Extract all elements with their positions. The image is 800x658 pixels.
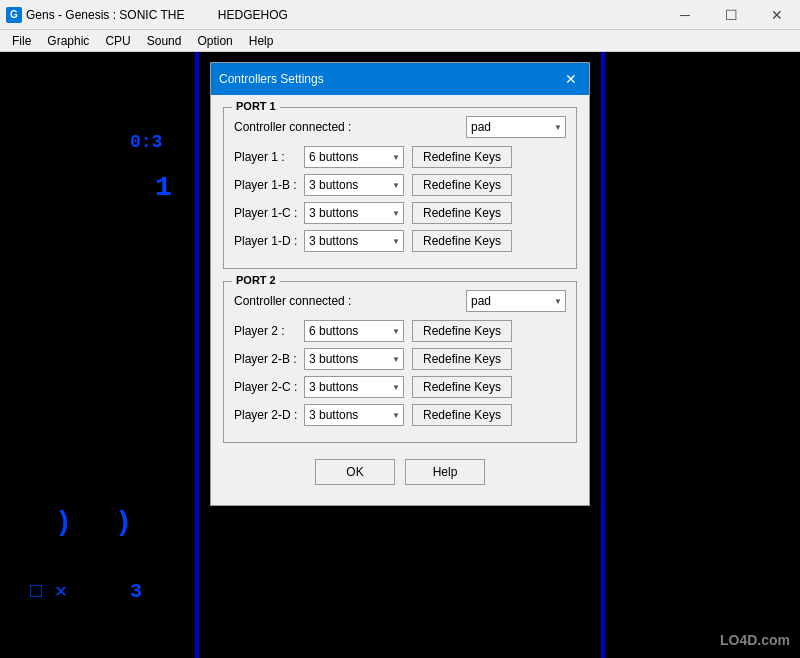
port2-player2b-redefine-btn[interactable]: Redefine Keys (412, 348, 512, 370)
watermark: LO4D.com (720, 632, 790, 648)
port1-player1d-select[interactable]: 3 buttons 6 buttons (304, 230, 404, 252)
port2-player2c-select[interactable]: 3 buttons 6 buttons (304, 376, 404, 398)
port1-player1b-row: Player 1-B : 3 buttons 6 buttons Redefin… (234, 174, 566, 196)
title-text: Gens - Genesis : SONIC THE HEDGEHOG (26, 8, 662, 22)
port1-player1b-select[interactable]: 3 buttons 6 buttons (304, 174, 404, 196)
menu-sound[interactable]: Sound (139, 32, 190, 50)
port2-player2b-row: Player 2-B : 3 buttons 6 buttons Redefin… (234, 348, 566, 370)
main-area: 0:3 1 ) ) □ ✕ 3 Controllers Settings ✕ P… (0, 52, 800, 658)
menu-bar: File Graphic CPU Sound Option Help (0, 30, 800, 52)
dialog-close-button[interactable]: ✕ (561, 69, 581, 89)
port2-player2-select[interactable]: 6 buttons 3 buttons (304, 320, 404, 342)
window-controls: ─ ☐ ✕ (662, 0, 800, 29)
port1-player1d-row: Player 1-D : 3 buttons 6 buttons Redefin… (234, 230, 566, 252)
port2-player2c-row: Player 2-C : 3 buttons 6 buttons Redefin… (234, 376, 566, 398)
menu-help[interactable]: Help (241, 32, 282, 50)
port2-player2d-label: Player 2-D : (234, 408, 304, 422)
port2-controller-row: Controller connected : pad 6 buttons pad… (234, 290, 566, 312)
port1-label: PORT 1 (232, 100, 280, 112)
port1-player1-redefine-btn[interactable]: Redefine Keys (412, 146, 512, 168)
port1-group: PORT 1 Controller connected : pad 6 butt… (223, 107, 577, 269)
port2-player2-label: Player 2 : (234, 324, 304, 338)
port1-player1-label: Player 1 : (234, 150, 304, 164)
ok-button[interactable]: OK (315, 459, 395, 485)
port2-player2-redefine-btn[interactable]: Redefine Keys (412, 320, 512, 342)
port1-player1d-redefine-btn[interactable]: Redefine Keys (412, 230, 512, 252)
port2-player2b-select-wrapper: 3 buttons 6 buttons (304, 348, 404, 370)
port1-player1d-select-wrapper: 3 buttons 6 buttons (304, 230, 404, 252)
port1-player1-select[interactable]: 6 buttons 3 buttons (304, 146, 404, 168)
maximize-button[interactable]: ☐ (708, 0, 754, 30)
port1-player1c-label: Player 1-C : (234, 206, 304, 220)
port1-player1b-redefine-btn[interactable]: Redefine Keys (412, 174, 512, 196)
port2-group: PORT 2 Controller connected : pad 6 butt… (223, 281, 577, 443)
port1-player1c-row: Player 1-C : 3 buttons 6 buttons Redefin… (234, 202, 566, 224)
port2-player2-row: Player 2 : 6 buttons 3 buttons Redefine … (234, 320, 566, 342)
port1-controller-label: Controller connected : (234, 120, 466, 134)
port2-player2c-select-wrapper: 3 buttons 6 buttons (304, 376, 404, 398)
controllers-settings-dialog: Controllers Settings ✕ PORT 1 Controller… (210, 62, 590, 506)
title-bar: G Gens - Genesis : SONIC THE HEDGEHOG ─ … (0, 0, 800, 30)
port2-player2b-select[interactable]: 3 buttons 6 buttons (304, 348, 404, 370)
menu-file[interactable]: File (4, 32, 39, 50)
port1-player1c-select[interactable]: 3 buttons 6 buttons (304, 202, 404, 224)
port2-player2b-label: Player 2-B : (234, 352, 304, 366)
dialog-overlay: Controllers Settings ✕ PORT 1 Controller… (0, 52, 800, 658)
port1-player1b-label: Player 1-B : (234, 178, 304, 192)
dialog-content: PORT 1 Controller connected : pad 6 butt… (211, 95, 589, 505)
port1-player1c-select-wrapper: 3 buttons 6 buttons (304, 202, 404, 224)
port1-controller-select-wrapper: pad 6 buttons pad no pad (466, 116, 566, 138)
port1-player1-row: Player 1 : 6 buttons 3 buttons Redefine … (234, 146, 566, 168)
port2-controller-select-wrapper: pad 6 buttons pad no pad (466, 290, 566, 312)
port1-player1-select-wrapper: 6 buttons 3 buttons (304, 146, 404, 168)
menu-option[interactable]: Option (189, 32, 240, 50)
port1-controller-row: Controller connected : pad 6 buttons pad… (234, 116, 566, 138)
port2-player2d-redefine-btn[interactable]: Redefine Keys (412, 404, 512, 426)
port2-player2c-redefine-btn[interactable]: Redefine Keys (412, 376, 512, 398)
app-icon: G (6, 7, 22, 23)
dialog-title-bar: Controllers Settings ✕ (211, 63, 589, 95)
port1-player1b-select-wrapper: 3 buttons 6 buttons (304, 174, 404, 196)
port1-player1c-redefine-btn[interactable]: Redefine Keys (412, 202, 512, 224)
port2-label: PORT 2 (232, 274, 280, 286)
port2-controller-label: Controller connected : (234, 294, 466, 308)
close-button[interactable]: ✕ (754, 0, 800, 30)
port2-player2d-select-wrapper: 3 buttons 6 buttons (304, 404, 404, 426)
minimize-button[interactable]: ─ (662, 0, 708, 30)
help-button[interactable]: Help (405, 459, 485, 485)
port2-controller-select[interactable]: pad 6 buttons pad no pad (466, 290, 566, 312)
port2-player2d-row: Player 2-D : 3 buttons 6 buttons Redefin… (234, 404, 566, 426)
menu-graphic[interactable]: Graphic (39, 32, 97, 50)
menu-cpu[interactable]: CPU (97, 32, 138, 50)
port1-controller-select[interactable]: pad 6 buttons pad no pad (466, 116, 566, 138)
port2-player2-select-wrapper: 6 buttons 3 buttons (304, 320, 404, 342)
port2-player2d-select[interactable]: 3 buttons 6 buttons (304, 404, 404, 426)
dialog-footer: OK Help (223, 455, 577, 493)
dialog-title: Controllers Settings (219, 72, 324, 86)
port2-player2c-label: Player 2-C : (234, 380, 304, 394)
port1-player1d-label: Player 1-D : (234, 234, 304, 248)
